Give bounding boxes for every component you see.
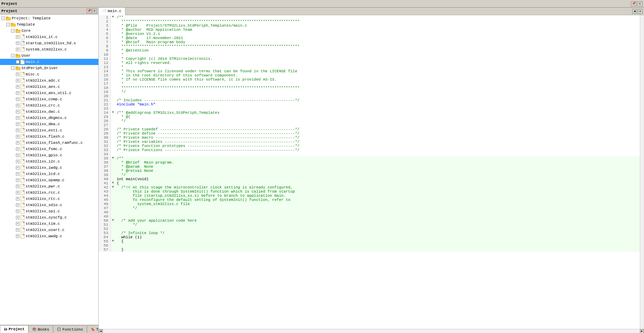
- fold-indicator-24[interactable]: ▼: [110, 111, 115, 115]
- tree-item-stm32l1xx-comp-c[interactable]: + stm32l1xx_comp.c: [0, 96, 98, 102]
- toggle-19[interactable]: +: [16, 141, 19, 145]
- tree-item-misc-c[interactable]: + misc.c: [0, 71, 98, 77]
- toggle-24[interactable]: +: [16, 172, 19, 176]
- toggle-23[interactable]: +: [16, 166, 19, 169]
- toggle-4[interactable]: +: [16, 48, 19, 51]
- fold-indicator-55[interactable]: ▼: [110, 239, 115, 243]
- tree-root[interactable]: - Project: Template: [0, 15, 98, 21]
- toggle-14[interactable]: +: [16, 110, 19, 113]
- tree-item-stm32l1xx-dbgmcu-c[interactable]: + stm32l1xx_dbgmcu.c: [0, 115, 98, 121]
- tree-item-stm32l1xx-usart-c[interactable]: + stm32l1xx_usart.c: [0, 227, 98, 233]
- tree-root-toggle[interactable]: -: [1, 17, 5, 20]
- fold-indicator-50[interactable]: ▼: [110, 219, 115, 223]
- toggle-32[interactable]: +: [16, 222, 19, 225]
- toggle-7[interactable]: -: [11, 66, 15, 70]
- tree-item-stm32l1xx-dac-c[interactable]: + stm32l1xx_dac.c: [0, 109, 98, 115]
- tree-item-stm32l1xx-iwdg-c[interactable]: + stm32l1xx_iwdg.c: [0, 165, 98, 171]
- fold-indicator-1[interactable]: ▼: [110, 15, 115, 19]
- toggle-22[interactable]: +: [16, 160, 19, 163]
- pin-button[interactable]: 📌: [631, 1, 636, 6]
- code-cell-42: /*!< At this stage the microcontroller c…: [115, 185, 640, 189]
- tree-item-stm32l1xx-rcc-c[interactable]: + stm32l1xx_rcc.c: [0, 189, 98, 196]
- toggle-18[interactable]: +: [16, 135, 19, 138]
- toggle-9[interactable]: +: [16, 79, 19, 82]
- toggle-30[interactable]: +: [16, 210, 19, 213]
- close-button[interactable]: ✕: [637, 1, 643, 6]
- toggle-11[interactable]: +: [16, 91, 19, 95]
- tree-item-stm32l1xx-adc-c[interactable]: + stm32l1xx_adc.c: [0, 77, 98, 84]
- tab-functions[interactable]: {} Functions: [53, 325, 87, 333]
- fold-indicator-35[interactable]: ▼: [110, 156, 115, 160]
- tree-item-main-c[interactable]: + main.c: [0, 59, 98, 65]
- tree-item-stm32l1xx-gpio-c[interactable]: + stm32l1xx_gpio.c: [0, 152, 98, 158]
- fold-indicator-41[interactable]: ▼: [110, 181, 115, 185]
- tree-item-stm32l1xx-pwr-c[interactable]: + stm32l1xx_pwr.c: [0, 183, 98, 189]
- tab-project[interactable]: 🗂 Project: [0, 325, 28, 333]
- tree-item-startup-stm32l1xx-hd-s[interactable]: + startup_stm32l1xx_hd.s: [0, 40, 98, 46]
- panel-close-button[interactable]: ✕: [92, 9, 97, 13]
- tree-item-stm32l1xx-flash-c[interactable]: + stm32l1xx_flash.c: [0, 133, 98, 140]
- tree-item-stm32l1xx-lcd-c[interactable]: + stm32l1xx_lcd.c: [0, 171, 98, 177]
- toggle-28[interactable]: +: [16, 197, 19, 201]
- tree-item-stm32l1xx-exti-c[interactable]: + stm32l1xx_exti.c: [0, 127, 98, 133]
- tree-item-stm32l1xx-i2c-c[interactable]: + stm32l1xx_i2c.c: [0, 158, 98, 165]
- tree-item-stm32l1xx-fsmc-c[interactable]: + stm32l1xx_fsmc.c: [0, 146, 98, 152]
- tree-item-stm32l1xx-opamp-c[interactable]: + stm32l1xx_opamp.c: [0, 177, 98, 183]
- tree-item-user[interactable]: - User: [0, 53, 98, 59]
- editor-close-icon[interactable]: ✕: [638, 9, 643, 14]
- toggle-2[interactable]: +: [16, 35, 19, 39]
- tab-templates[interactable]: 🔖 Templates: [87, 325, 99, 333]
- tree-label-8: misc.c: [26, 72, 39, 77]
- tree-item-stm32l1xx-crc-c[interactable]: + stm32l1xx_crc.c: [0, 102, 98, 109]
- toggle-20[interactable]: +: [16, 147, 19, 151]
- code-content[interactable]: 1▼/**2 *********************************…: [99, 15, 640, 329]
- toggle-26[interactable]: +: [16, 185, 19, 188]
- tree-item-stm32l1xx-spi-c[interactable]: + stm32l1xx_spi.c: [0, 208, 98, 214]
- editor-tab-main-c[interactable]: 📄 main.c: [99, 8, 125, 15]
- toggle-1[interactable]: -: [11, 29, 15, 33]
- toggle-25[interactable]: +: [16, 178, 19, 182]
- tree-item-stm32l1xx-dma-c[interactable]: + stm32l1xx_dma.c: [0, 121, 98, 127]
- toggle-31[interactable]: +: [16, 216, 19, 219]
- tab-books[interactable]: 📚 Books: [28, 325, 53, 333]
- fold-indicator-16: [110, 77, 115, 82]
- fold-indicator-42[interactable]: ▼: [110, 185, 115, 189]
- toggle-6[interactable]: +: [16, 60, 19, 64]
- tree-item-core[interactable]: - Core: [0, 28, 98, 34]
- toggle-17[interactable]: +: [16, 129, 19, 132]
- toggle-29[interactable]: +: [16, 203, 19, 207]
- tree-item-stm32l1xx-sdio-c[interactable]: + stm32l1xx_sdio.c: [0, 202, 98, 208]
- scroll-left-arrow[interactable]: ◀: [99, 329, 103, 333]
- vertical-scrollbar[interactable]: [640, 15, 644, 329]
- tree-item-stm32l1xx-rtc-c[interactable]: + stm32l1xx_rtc.c: [0, 196, 98, 202]
- toggle-27[interactable]: +: [16, 191, 19, 194]
- tree-item-stm32l1xx-it-c[interactable]: + stm32l1xx_it.c: [0, 34, 98, 40]
- toggle-16[interactable]: +: [16, 122, 19, 126]
- toggle-5[interactable]: -: [11, 54, 15, 57]
- tree-item-stm32l1xx-syscfg-c[interactable]: + stm32l1xx_syscfg.c: [0, 214, 98, 221]
- tree-item-stm32l1xx-aes-c[interactable]: + stm32l1xx_aes.c: [0, 84, 98, 90]
- toggle-15[interactable]: +: [16, 116, 19, 120]
- toggle-10[interactable]: +: [16, 85, 19, 89]
- books-tab-label: Books: [38, 327, 49, 332]
- toggle-34[interactable]: +: [16, 234, 19, 238]
- scroll-right-arrow[interactable]: ▶: [640, 329, 644, 333]
- tree-item-stm32l1xx-aes-util-c[interactable]: + stm32l1xx_aes_util.c: [0, 90, 98, 96]
- toggle-12[interactable]: +: [16, 98, 19, 101]
- tree-item-stm32l1xx-wwdg-c[interactable]: + stm32l1xx_wwdg.c: [0, 233, 98, 239]
- tree-item-system-stm32l1xx-c[interactable]: + system_stm32l1xx.c: [0, 46, 98, 53]
- panel-pin-button[interactable]: 📌: [87, 9, 91, 13]
- toggle-8[interactable]: +: [16, 73, 19, 76]
- toggle-13[interactable]: +: [16, 104, 19, 107]
- toggle-0[interactable]: -: [6, 23, 10, 26]
- tree-item-stm32l1xx-flash-ramfunc-c[interactable]: + stm32l1xx_flash_ramfunc.c: [0, 140, 98, 146]
- toggle-21[interactable]: +: [16, 154, 19, 157]
- code-cell-28: /* Private typedef ---------------------…: [115, 127, 640, 131]
- tree-item-template[interactable]: - Template: [0, 21, 98, 28]
- tree-item-stdperiph-driver[interactable]: - StdPeriph_Driver: [0, 65, 98, 71]
- toggle-33[interactable]: +: [16, 228, 19, 232]
- toggle-3[interactable]: +: [16, 41, 19, 45]
- editor-expand-icon[interactable]: ◀: [632, 9, 637, 14]
- tree-item-stm32l1xx-tim-c[interactable]: + stm32l1xx_tim.c: [0, 221, 98, 227]
- tree-label-34: stm32l1xx_wwdg.c: [26, 233, 62, 239]
